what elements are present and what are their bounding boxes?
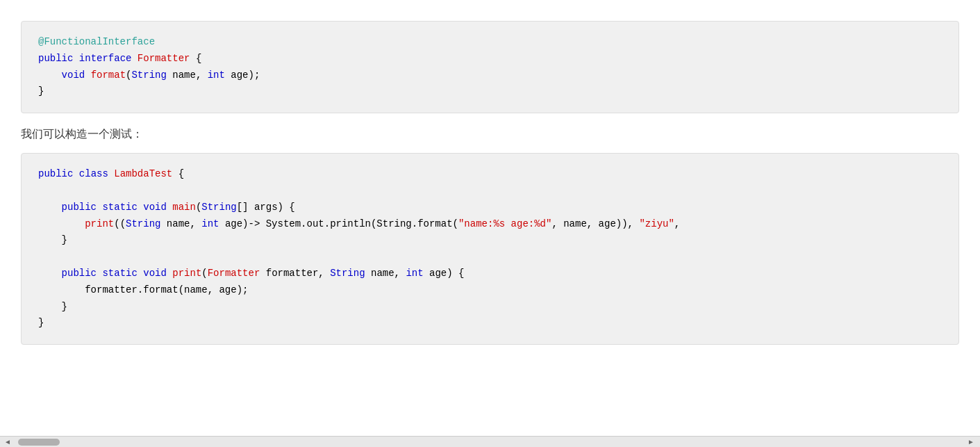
kw-void-1: void [62, 70, 85, 81]
kw-string-1: String [131, 70, 166, 81]
kw-public-1: public [38, 53, 73, 64]
scroll-left-arrow[interactable]: ◄ [3, 438, 13, 446]
kw-static-2: static [102, 268, 137, 279]
code-block-2: public class LambdaTest { public static … [21, 153, 959, 345]
classname-lambdatest: LambdaTest [114, 168, 172, 179]
kw-static-1: static [102, 202, 137, 213]
classname-formatter-1: Formatter [138, 53, 190, 64]
kw-class: class [79, 168, 108, 179]
str-ziyu: "ziyu" [639, 218, 674, 229]
kw-string-2: String [201, 202, 236, 213]
kw-string-4: String [330, 268, 365, 279]
kw-int-2: int [201, 218, 219, 229]
kw-int-3: int [406, 268, 423, 279]
horizontal-scrollbar[interactable]: ◄ ► [0, 436, 980, 447]
scrollbar-thumb[interactable] [18, 439, 60, 446]
method-print-def: print [172, 268, 201, 279]
method-main: main [172, 202, 196, 213]
kw-string-3: String [126, 218, 160, 229]
str-format: "name:%s age:%d" [458, 218, 551, 229]
kw-public-2: public [38, 168, 73, 179]
classname-formatter-2: Formatter [208, 268, 260, 279]
code-block-1: @FunctionalInterface public interface Fo… [21, 21, 959, 113]
kw-void-2: void [143, 202, 167, 213]
kw-public-4: public [62, 268, 97, 279]
method-format-1: format [91, 70, 126, 81]
scroll-right-arrow[interactable]: ► [967, 438, 974, 446]
page-container: @FunctionalInterface public interface Fo… [0, 0, 980, 447]
kw-interface: interface [79, 53, 132, 64]
kw-int-1: int [208, 70, 225, 81]
annotation-functional-interface: @FunctionalInterface [38, 36, 155, 47]
method-print-call: print [85, 218, 114, 229]
kw-void-3: void [143, 268, 167, 279]
prose-text: 我们可以构造一个测试： [21, 127, 959, 142]
kw-public-3: public [62, 202, 97, 213]
